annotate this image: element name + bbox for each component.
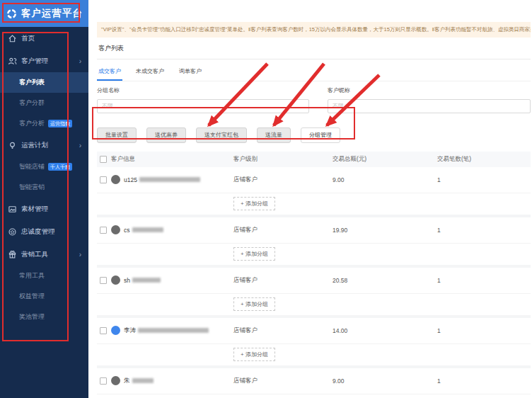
sidebar-item-customer-list[interactable]: 客户列表 [0, 72, 88, 93]
operation-index-badge: 运营指数 [48, 120, 72, 127]
header-total-amount: 交易总额(元) [332, 155, 437, 164]
total-amount: 14.00 [332, 327, 437, 334]
chevron-right-icon: › [79, 142, 81, 149]
customer-name: sh [124, 277, 161, 284]
row-checkbox[interactable] [100, 176, 107, 183]
send-traffic-button[interactable]: 送流量 [257, 127, 291, 143]
add-group-button[interactable]: + 添加分组 [233, 197, 275, 210]
personalization-badge: 千人千面 [48, 163, 72, 171]
sidebar-item-label: 智能店铺 [19, 162, 45, 171]
tab-non-deal-customers[interactable]: 未成交客户 [134, 65, 166, 81]
trade-count: 1 [437, 277, 531, 284]
batch-set-button[interactable]: 批量设置 [97, 127, 137, 143]
sidebar-item-operation-plan[interactable]: 运营计划 › [0, 134, 88, 157]
trade-count: 1 [437, 377, 531, 385]
page-title: 客户列表 [97, 38, 531, 59]
chevron-right-icon: › [79, 251, 81, 258]
avatar [111, 175, 120, 184]
row-checkbox[interactable] [100, 277, 107, 284]
home-icon [8, 34, 17, 43]
avatar [111, 326, 120, 335]
action-toolbar: 批量设置 送优惠券 送支付宝红包 送流量 分组管理 [97, 127, 531, 143]
users-icon [8, 57, 17, 66]
sidebar-item-label: 客户分析 [19, 119, 45, 128]
row-checkbox[interactable] [100, 227, 107, 234]
sidebar-item-material-management[interactable]: 素材管理 [0, 198, 88, 220]
total-amount: 9.00 [332, 377, 437, 385]
sidebar-item-label: 奖池管理 [19, 312, 45, 322]
avatar [111, 275, 120, 285]
sidebar-item-label: 营销工具 [21, 250, 48, 259]
send-alipay-redpacket-button[interactable]: 送支付宝红包 [196, 127, 247, 143]
sidebar-item-label: 客户管理 [21, 57, 48, 66]
sidebar-item-common-tools[interactable]: 常用工具 [0, 266, 88, 286]
trade-count: 1 [437, 327, 531, 334]
customer-tabs: 成交客户 未成交客户 询单客户 [97, 59, 531, 81]
row-checkbox[interactable] [100, 327, 107, 334]
sidebar-item-label: 智能营销 [19, 183, 45, 192]
customer-name: cs [124, 227, 163, 234]
header-customer-level: 客户级别 [233, 155, 332, 164]
customer-name: 朱 [124, 377, 154, 385]
sidebar-item-customer-segments[interactable]: 客户分群 [0, 93, 88, 113]
group-manage-button[interactable]: 分组管理 [301, 127, 340, 143]
filter-row: 分组名称 客户昵称 [97, 86, 531, 113]
sidebar-item-label: 首页 [21, 34, 35, 43]
sidebar-item-marketing-tools[interactable]: 营销工具 › [0, 243, 88, 266]
sidebar-item-label: 权益管理 [19, 292, 45, 301]
customer-level: 店铺客户 [233, 276, 332, 285]
sidebar-item-label: 客户分群 [19, 98, 45, 108]
sidebar-item-home[interactable]: 首页 [0, 27, 88, 50]
customer-name: 李涛 [124, 326, 209, 335]
sidebar: 客户运营平台 首页 客户管理 › 客户列表 客户分群 客户分析 运营指数 [0, 0, 88, 398]
bulb-icon [8, 141, 17, 150]
sidebar-item-label: 素材管理 [21, 205, 48, 214]
table-row: u125 店铺客户 9.00 1 + 添加分组 [97, 167, 531, 217]
customer-name: u125 [124, 176, 200, 183]
app-title: 客户运营平台 [21, 7, 83, 20]
avatar [111, 376, 120, 385]
notice-bar: "VIP设置"、"会员卡管理"功能入口迁移到"忠诚度管理"菜单处。‖客户列表查询… [97, 22, 531, 38]
tab-deal-customers[interactable]: 成交客户 [97, 65, 122, 81]
header-customer-info: 客户信息 [111, 155, 135, 164]
sidebar-item-smart-marketing[interactable]: 智能营销 [0, 177, 88, 198]
gift-icon [8, 250, 17, 259]
add-group-button[interactable]: + 添加分组 [233, 247, 275, 261]
image-icon [8, 205, 17, 214]
add-group-button[interactable]: + 添加分组 [233, 297, 275, 311]
group-name-input[interactable] [97, 99, 309, 113]
trade-count: 1 [437, 227, 531, 234]
sidebar-item-customer-analysis[interactable]: 客户分析 运营指数 [0, 113, 88, 134]
customer-level: 店铺客户 [233, 377, 332, 385]
row-checkbox[interactable] [100, 377, 107, 385]
table-row: 李涛 店铺客户 14.00 1 + 添加分组 [97, 318, 531, 368]
table-header-row: 客户信息 客户级别 交易总额(元) 交易笔数(笔) [97, 152, 531, 167]
trade-count: 1 [437, 176, 531, 183]
sidebar-item-loyalty-management[interactable]: 忠诚度管理 [0, 220, 88, 243]
select-all-checkbox[interactable] [100, 156, 107, 163]
total-amount: 9.00 [332, 176, 437, 183]
app-logo: 客户运营平台 [0, 0, 88, 27]
customer-level: 店铺客户 [233, 226, 332, 234]
sidebar-item-customer-management[interactable]: 客户管理 › [0, 50, 88, 72]
tab-inquiry-customers[interactable]: 询单客户 [178, 65, 203, 81]
sidebar-item-label: 忠诚度管理 [21, 227, 55, 237]
sidebar-item-rights-management[interactable]: 权益管理 [0, 286, 88, 307]
send-coupon-button[interactable]: 送优惠券 [146, 127, 186, 143]
customer-nickname-label: 客户昵称 [328, 86, 531, 94]
group-name-label: 分组名称 [97, 86, 309, 94]
sidebar-item-smart-shop[interactable]: 智能店铺 千人千面 [0, 157, 88, 177]
table-row: 朱 店铺客户 9.00 1 + 添加分组 [97, 368, 531, 398]
customer-level: 店铺客户 [233, 326, 332, 335]
add-group-button[interactable]: + 添加分组 [233, 348, 275, 361]
loyalty-medal-icon [8, 227, 17, 237]
customer-nickname-input[interactable] [328, 99, 531, 113]
total-amount: 20.58 [332, 277, 437, 284]
sidebar-item-prize-pool-management[interactable]: 奖池管理 [0, 307, 88, 327]
aperture-logo-icon [6, 8, 17, 19]
avatar [111, 225, 120, 234]
header-trade-count: 交易笔数(笔) [437, 155, 531, 164]
sidebar-item-label: 常用工具 [19, 271, 45, 280]
table-row: cs 店铺客户 19.90 1 + 添加分组 [97, 217, 531, 268]
main-content: "VIP设置"、"会员卡管理"功能入口迁移到"忠诚度管理"菜单处。‖客户列表查询… [88, 0, 532, 398]
